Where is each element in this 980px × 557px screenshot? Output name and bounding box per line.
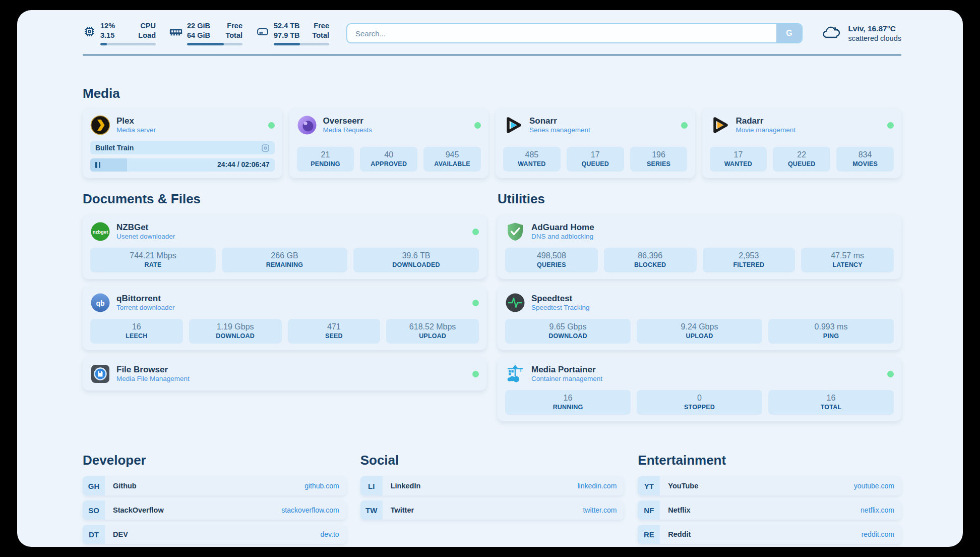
link-stackoverflow[interactable]: SO StackOverflow stackoverflow.com	[83, 500, 346, 520]
link-url[interactable]: linkedin.com	[578, 482, 617, 490]
link-url[interactable]: github.com	[304, 482, 339, 490]
link-youtube[interactable]: YT YouTube youtube.com	[638, 476, 901, 495]
link-name: Github	[113, 482, 137, 490]
stat-movies: 834 MOVIES	[836, 147, 894, 172]
cpu-label-2: Load	[136, 31, 156, 40]
dashboard-page: 12% 3.15 CPU Load	[17, 10, 963, 547]
memory-label-1: Free	[222, 21, 242, 31]
app-card-qbittorrent[interactable]: qb qBittorrent Torrent downloader 16 LEE…	[83, 286, 486, 350]
app-card-overseerr[interactable]: Overseerr Media Requests 21 PENDING 40 A…	[289, 108, 489, 178]
stat-remaining: 266 GB REMAINING	[222, 248, 347, 272]
search-input[interactable]	[346, 23, 803, 43]
svg-text:qb: qb	[96, 299, 104, 307]
section-social: Social LI LinkedIn linkedin.com TW Twitt…	[360, 453, 624, 525]
app-name: NZBGet	[116, 222, 175, 233]
link-url[interactable]: youtube.com	[854, 482, 894, 490]
now-playing-title: Bullet Train	[95, 144, 134, 152]
app-card-filebrowser[interactable]: File Browser Media File Management	[83, 357, 486, 391]
link-abbr: SO	[83, 500, 105, 520]
radarr-icon	[710, 115, 730, 135]
disk-icon	[256, 21, 270, 40]
cpu-icon	[83, 21, 96, 40]
app-name: Plex	[116, 116, 156, 126]
stat-approved: 40 APPROVED	[360, 147, 417, 172]
stat-ping: 0.993 ms PING	[768, 319, 894, 344]
pause-icon	[95, 162, 100, 168]
link-name: StackOverflow	[113, 506, 164, 514]
link-reddit[interactable]: RE Reddit reddit.com	[638, 525, 901, 544]
app-name: Speedtest	[531, 293, 590, 304]
link-url[interactable]: twitter.com	[583, 506, 617, 514]
app-card-portainer[interactable]: Media Portainer Container management 16 …	[498, 357, 901, 421]
section-documents: Documents & Files nzbget NZBGet Usenet d…	[83, 191, 486, 391]
stat-queued: 22 QUEUED	[773, 147, 830, 172]
section-developer: Developer GH Github github.com SO StackO…	[83, 453, 346, 547]
stat-downloaded: 39.6 TB DOWNLOADED	[353, 248, 479, 272]
link-linkedin[interactable]: LI LinkedIn linkedin.com	[360, 476, 624, 495]
app-name: qBittorrent	[116, 293, 175, 304]
adguard-icon	[505, 221, 525, 242]
memory-metric: 22 GiB 64 GiB Free Total	[169, 21, 242, 45]
section-title-media: Media	[83, 86, 901, 101]
link-url[interactable]: reddit.com	[862, 530, 894, 538]
search-engine-button[interactable]: G	[776, 24, 802, 42]
stat-blocked: 86,396 BLOCKED	[604, 248, 697, 272]
app-card-radarr[interactable]: Radarr Movie management 17 WANTED 22 QUE…	[702, 108, 902, 178]
app-subtitle: Speedtest Tracking	[531, 304, 590, 312]
app-subtitle: DNS and adblocking	[531, 233, 594, 241]
weather-widget: Lviv, 16.87°C scattered clouds	[822, 24, 901, 43]
link-dev[interactable]: DT DEV dev.to	[83, 525, 346, 544]
stat-available: 945 AVAILABLE	[423, 147, 481, 172]
app-card-nzbget[interactable]: nzbget NZBGet Usenet downloader 744.21 M…	[83, 215, 486, 279]
link-abbr: RE	[638, 525, 660, 544]
link-url[interactable]: dev.to	[321, 530, 339, 538]
link-abbr: GH	[83, 476, 105, 495]
app-card-plex[interactable]: Plex Media server Bullet Train	[83, 108, 282, 178]
section-entertainment: Entertainment YT YouTube youtube.com NF …	[638, 453, 901, 547]
app-card-adguard[interactable]: AdGuard Home DNS and adblocking 498,508 …	[498, 215, 901, 279]
status-dot	[474, 122, 481, 129]
app-card-speedtest[interactable]: Speedtest Speedtest Tracking 9.65 Gbps D…	[498, 286, 901, 350]
storage-progressbar	[274, 43, 329, 45]
link-github[interactable]: GH Github github.com	[83, 476, 346, 495]
weather-location-temp: Lviv, 16.87°C	[848, 24, 901, 34]
plex-progressbar[interactable]: 24:44 / 02:06:47	[90, 158, 275, 172]
status-dot	[472, 300, 479, 306]
app-subtitle: Torrent downloader	[116, 304, 175, 312]
stat-latency: 47.57 ms LATENCY	[801, 248, 894, 272]
link-url[interactable]: stackoverflow.com	[281, 506, 339, 514]
status-dot	[472, 371, 479, 377]
app-subtitle: Series management	[529, 126, 590, 135]
qbittorrent-icon: qb	[90, 293, 110, 313]
weather-condition: scattered clouds	[848, 34, 901, 43]
stat-leech: 16 LEECH	[90, 319, 183, 344]
plex-icon	[90, 115, 110, 135]
ram-icon	[169, 21, 183, 40]
link-name: Reddit	[668, 530, 691, 538]
app-card-sonarr[interactable]: Sonarr Series management 485 WANTED 17 Q…	[496, 108, 695, 178]
storage-label-2: Total	[309, 31, 329, 40]
overseerr-icon	[297, 115, 317, 135]
memory-progressbar	[187, 43, 242, 45]
section-title-developer: Developer	[83, 453, 346, 468]
stat-upload: 618.52 Mbps UPLOAD	[386, 319, 479, 344]
link-abbr: YT	[638, 476, 660, 495]
link-name: Netflix	[668, 506, 690, 514]
stat-queries: 498,508 QUERIES	[505, 248, 598, 272]
cpu-load-value: 3.15	[100, 31, 129, 40]
search-bar: G	[346, 23, 803, 43]
topbar-divider	[83, 54, 901, 55]
link-name: DEV	[113, 530, 128, 538]
status-dot	[887, 122, 894, 129]
status-dot	[472, 229, 479, 235]
section-utilities: Utilities AdGuard Home DNS and	[498, 191, 901, 421]
stat-rate: 744.21 Mbps RATE	[90, 248, 216, 272]
app-subtitle: Container management	[531, 375, 602, 383]
section-title-entertainment: Entertainment	[638, 453, 901, 468]
app-name: Overseerr	[323, 116, 373, 126]
link-twitter[interactable]: TW Twitter twitter.com	[360, 500, 624, 520]
link-netflix[interactable]: NF Netflix netflix.com	[638, 500, 901, 520]
link-name: Twitter	[391, 506, 414, 514]
link-url[interactable]: netflix.com	[861, 506, 894, 514]
stat-series: 196 SERIES	[630, 147, 688, 172]
